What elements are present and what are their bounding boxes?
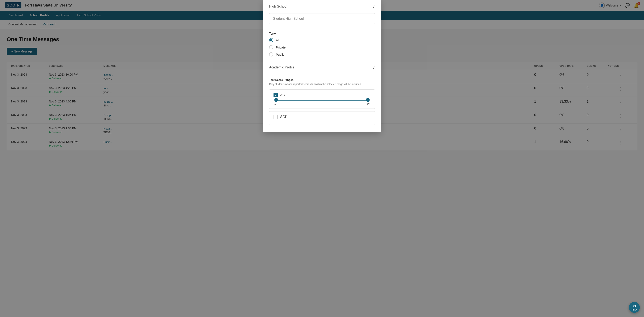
act-range-container: 1 36 [274,100,370,105]
chevron-down-icon: ∨ [372,4,375,9]
sat-card-header: SAT [274,115,370,119]
sat-checkbox[interactable] [274,115,278,119]
radio-private[interactable]: Private [269,45,375,49]
academic-profile-dropdown-header[interactable]: Academic Profile ∨ [263,61,381,74]
act-checkbox[interactable]: ✓ [274,93,278,97]
sat-label: SAT [280,115,286,119]
radio-public-circle [269,52,273,56]
radio-private-label: Private [276,46,286,49]
test-score-section: Test Score Ranges Only students whose re… [263,74,381,132]
act-range-thumb-left[interactable] [274,98,278,102]
academic-profile-label: Academic Profile [269,66,294,69]
act-label: ACT [280,93,287,97]
radio-all[interactable]: All [269,38,375,42]
modal-overlay: High School ∨ Type All Private Pub [0,0,644,157]
radio-public[interactable]: Public [269,52,375,56]
radio-all-circle [269,38,273,42]
high-school-dropdown-header[interactable]: High School ∨ [263,0,381,13]
chevron-down-icon: ∨ [372,65,375,70]
radio-private-circle [269,45,273,49]
act-range-track [274,100,370,100]
filter-modal: High School ∨ Type All Private Pub [263,0,381,132]
act-score-card: ✓ ACT 1 36 [269,90,375,109]
high-school-input-container [263,13,381,28]
test-score-description: Only students whose reported scores fall… [269,82,375,86]
act-card-header: ✓ ACT [274,93,370,97]
sat-score-card: SAT [269,111,375,125]
radio-all-label: All [276,38,280,42]
radio-public-label: Public [276,53,284,56]
type-radio-group: All Private Public [269,38,375,56]
test-score-title: Test Score Ranges [269,78,375,82]
type-label: Type [269,32,375,35]
act-range-labels: 1 36 [274,102,370,105]
act-range-min: 1 [274,102,276,105]
high-school-input[interactable] [269,13,375,24]
act-range-thumb-right[interactable] [366,98,370,102]
type-section: Type All Private Public [263,28,381,61]
act-range-max: 36 [367,102,370,105]
high-school-label: High School [269,4,287,8]
